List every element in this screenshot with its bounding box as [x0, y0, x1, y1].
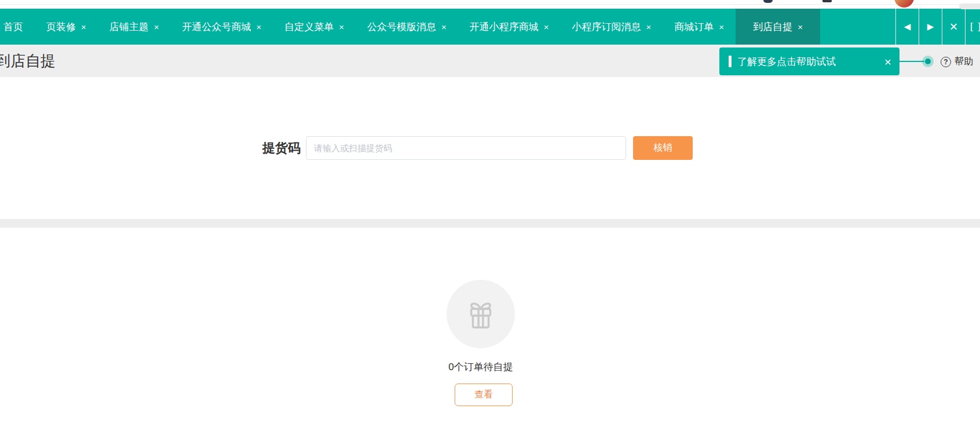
tab-label: 公众号模版消息 [367, 20, 436, 34]
help-tip-banner: 了解更多点击帮助试试 × [719, 48, 899, 75]
banner-connector-dot-core [925, 59, 931, 64]
page-title: 到店自提 [0, 45, 56, 77]
avatar[interactable] [894, 0, 914, 8]
gift-icon-circle [447, 280, 515, 348]
tab-close-icon[interactable]: × [719, 23, 724, 31]
tab-close-icon[interactable]: × [81, 23, 86, 31]
tab-label: 开通小程序商城 [470, 20, 539, 34]
section-divider [0, 219, 980, 228]
tab-close-icon[interactable]: × [257, 23, 262, 31]
tab-store-theme[interactable]: 店铺主题 × [98, 9, 171, 45]
tab-bar: 首页 页装修 × 店铺主题 × 开通公众号商城 × 自定义菜单 × 公众号模版消… [0, 9, 980, 45]
tab-label: 小程序订阅消息 [572, 20, 641, 34]
banner-close-icon[interactable]: × [884, 56, 891, 68]
verify-button[interactable]: 核销 [633, 136, 693, 160]
tab-close-icon[interactable]: × [646, 23, 652, 31]
header-divider [0, 4, 980, 5]
tab-open-miniprogram-mall[interactable]: 开通小程序商城 × [458, 9, 561, 45]
tab-label: 首页 [3, 20, 23, 34]
tab-page-decorate[interactable]: 页装修 × [35, 9, 98, 45]
page-title-bar: 到店自提 了解更多点击帮助试试 × ? 帮助 [0, 45, 980, 77]
tab-nav-group: ◀ ▶ × [ ] [895, 9, 980, 45]
tab-close-icon[interactable]: × [154, 23, 159, 31]
gift-icon [463, 297, 499, 331]
tab-template-message[interactable]: 公众号模版消息 × [356, 9, 458, 45]
view-button[interactable]: 查看 [455, 383, 513, 406]
tab-label: 商城订单 [674, 20, 714, 34]
banner-text: 了解更多点击帮助试试 [737, 55, 836, 68]
tab-close-icon[interactable]: × [544, 23, 549, 31]
pickup-status-text: 0个订单待自提 [365, 360, 597, 374]
question-circle-icon: ? [941, 57, 951, 67]
menu-icon[interactable] [822, 0, 832, 2]
tab-open-wechat-mall[interactable]: 开通公众号商城 × [171, 9, 273, 45]
tab-close-icon[interactable]: × [798, 23, 803, 31]
tab-store-pickup[interactable]: 到店自提 × [736, 9, 820, 45]
tab-label: 页装修 [46, 20, 76, 34]
pickup-code-label: 提货码 [262, 140, 301, 157]
pickup-code-input[interactable] [306, 136, 626, 160]
tab-label: 店铺主题 [109, 20, 149, 34]
tab-mall-orders[interactable]: 商城订单 × [663, 9, 736, 45]
banner-accent-bar [729, 56, 732, 67]
tab-label: 到店自提 [753, 20, 792, 34]
tab-home[interactable]: 首页 [0, 9, 35, 45]
fullscreen-icon[interactable]: [ ] [965, 9, 980, 45]
notification-icon[interactable] [763, 0, 773, 3]
tabs-scroll-right-button[interactable]: ▶ [919, 9, 942, 45]
tab-label: 自定义菜单 [284, 20, 334, 34]
header-widget [959, 3, 980, 9]
tab-label: 开通公众号商城 [182, 20, 251, 34]
tab-custom-menu[interactable]: 自定义菜单 × [273, 9, 356, 45]
help-link[interactable]: ? 帮助 [941, 56, 973, 68]
banner-connector-line [899, 61, 924, 62]
tabs-scroll-left-button[interactable]: ◀ [895, 9, 919, 45]
help-label: 帮助 [955, 56, 973, 68]
tabs-close-all-button[interactable]: × [942, 9, 965, 45]
pickup-code-row: 提货码 核销 [262, 136, 693, 160]
tab-close-icon[interactable]: × [339, 23, 344, 31]
header-strip [0, 0, 980, 9]
tab-close-icon[interactable]: × [441, 23, 447, 31]
tab-miniprogram-subscribe[interactable]: 小程序订阅消息 × [561, 9, 663, 45]
